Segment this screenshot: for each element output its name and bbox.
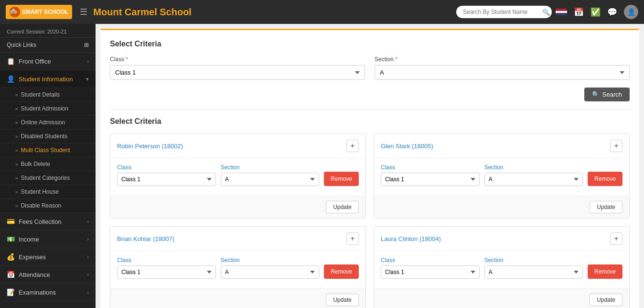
sidebar-item-online-admission[interactable]: » Online Admission (0, 116, 96, 130)
sidebar-item-bulk-delete[interactable]: » Bulk Delete (0, 157, 96, 171)
student-name-glen: Glen Stark (18005) (381, 143, 433, 150)
nav-icons: 📅 ✅ 💬 👤 (556, 5, 638, 19)
card-section-select-robin[interactable]: A B C (221, 173, 320, 186)
card-class-label-robin: Class (117, 164, 216, 171)
card-class-label-laura: Class (381, 257, 480, 264)
class-select[interactable]: Class 1 Class 2 Class 3 Class 4 Class 5 (110, 65, 365, 80)
bulk-delete-label: Bulk Delete (21, 161, 50, 167)
chevron-right-icon: › (87, 219, 89, 224)
income-icon: 💵 (7, 235, 15, 243)
student-card-body-robin: Class Class 1 Class 2 Class 3 Section (110, 158, 365, 196)
sub-arrow-icon: » (15, 106, 18, 111)
exam-icon: 📝 (7, 288, 15, 296)
chevron-right-icon: › (87, 236, 89, 242)
sidebar-item-fees-collection[interactable]: 💳 Fees Collection › (0, 213, 96, 231)
student-name-laura: Laura Clinton (18004) (381, 235, 441, 242)
sidebar-item-attendance[interactable]: 📅 Attendance › (0, 266, 96, 284)
results-title: Select Criteria (110, 117, 630, 126)
add-class-button-glen[interactable]: + (610, 140, 623, 152)
student-info-label: Student Information (19, 76, 73, 83)
card-section-select-glen[interactable]: A B C (484, 173, 583, 186)
main-layout: Current Session: 2020-21 Quick Links ⊞ 📋… (0, 24, 644, 308)
sidebar-item-examinations[interactable]: 📝 Examinations › (0, 284, 96, 301)
student-card-footer-glen: Update (374, 196, 629, 218)
attendance-label: Attendance (19, 271, 50, 278)
section-label: Section * (375, 56, 630, 63)
card-class-field-robin: Class Class 1 Class 2 Class 3 (117, 164, 216, 186)
sidebar-item-disable-reason[interactable]: » Disable Reason (0, 199, 96, 213)
student-house-label: Student House (21, 188, 59, 195)
sidebar-item-expenses[interactable]: 💰 Expenses › (0, 248, 96, 266)
card-class-select-glen[interactable]: Class 1 Class 2 Class 3 (381, 173, 480, 186)
user-avatar[interactable]: 👤 (624, 5, 638, 19)
logo[interactable]: 🏫 SMART SCHOOL (6, 5, 72, 19)
sidebar: Current Session: 2020-21 Quick Links ⊞ 📋… (0, 24, 96, 308)
update-button-robin[interactable]: Update (326, 201, 359, 213)
search-button[interactable]: 🔍 Search (584, 88, 630, 101)
card-section-select-brian[interactable]: A B C (221, 265, 320, 279)
card-class-label-glen: Class (381, 164, 480, 171)
remove-button-glen[interactable]: Remove (588, 172, 623, 186)
fees-icon: 💳 (7, 218, 15, 225)
student-card-robin: Robin Peterson (18002) + Class Class 1 C… (110, 133, 366, 219)
student-card-glen: Glen Stark (18005) + Class Class 1 Class… (374, 133, 630, 219)
student-card-laura: Laura Clinton (18004) + Class Class 1 Cl… (374, 226, 630, 308)
quick-links[interactable]: Quick Links ⊞ (0, 38, 96, 53)
card-class-select-laura[interactable]: Class 1 Class 2 Class 3 (381, 265, 480, 279)
card-section-select-laura[interactable]: A B C (484, 265, 583, 279)
nav-search-button[interactable]: 🔍 (542, 9, 550, 16)
sidebar-item-front-office[interactable]: 📋 Front Office › (0, 53, 96, 70)
update-button-glen[interactable]: Update (590, 201, 623, 213)
class-required: * (124, 56, 128, 63)
student-card-header-laura: Laura Clinton (18004) + (374, 227, 629, 251)
sub-arrow-icon: » (15, 120, 18, 125)
card-section-field-robin: Section A B C (221, 164, 320, 186)
quick-links-label: Quick Links (7, 42, 36, 48)
content-inner: Select Criteria Class * Class 1 Class 2 … (100, 29, 639, 308)
sidebar-item-income[interactable]: 💵 Income › (0, 231, 96, 248)
checkmark-icon[interactable]: ✅ (590, 7, 601, 17)
sub-arrow-icon: » (15, 203, 18, 209)
remove-button-brian[interactable]: Remove (324, 264, 359, 279)
school-name: Mount Carmel School (93, 7, 451, 18)
sidebar-item-student-details[interactable]: » Student Details (0, 88, 96, 102)
sidebar-item-student-information[interactable]: 👤 Student Information ▾ (0, 70, 96, 88)
sidebar-item-student-categories[interactable]: » Student Categories (0, 171, 96, 185)
student-card-footer-brian: Update (110, 288, 365, 308)
students-grid: Robin Peterson (18002) + Class Class 1 C… (110, 133, 630, 308)
add-class-button-brian[interactable]: + (346, 232, 359, 245)
sidebar-item-student-admission[interactable]: » Student Admission (0, 102, 96, 116)
flag-icon[interactable] (556, 9, 567, 15)
remove-button-laura[interactable]: Remove (588, 264, 623, 279)
content-area: Select Criteria Class * Class 1 Class 2 … (96, 24, 644, 308)
search-container: 🔍 (456, 6, 550, 18)
sidebar-item-disabled-students[interactable]: » Disabled Students (0, 130, 96, 143)
logo-text: SMART SCHOOL (22, 9, 68, 15)
remove-button-robin[interactable]: Remove (324, 172, 359, 186)
student-card-footer-laura: Update (374, 288, 629, 308)
sidebar-item-student-house[interactable]: » Student House (0, 185, 96, 199)
sidebar-item-multi-class-student[interactable]: » Multi Class Student (0, 143, 96, 157)
add-class-button-robin[interactable]: + (346, 140, 359, 152)
search-button-row: 🔍 Search (110, 88, 630, 101)
card-class-select-robin[interactable]: Class 1 Class 2 Class 3 (117, 173, 216, 186)
search-input[interactable] (456, 6, 552, 18)
card-class-select-brian[interactable]: Class 1 Class 2 Class 3 (117, 265, 216, 279)
update-button-brian[interactable]: Update (326, 294, 359, 306)
card-class-field-laura: Class Class 1 Class 2 Class 3 (381, 257, 480, 279)
section-select[interactable]: A B C D (375, 65, 630, 80)
calendar-icon[interactable]: 📅 (574, 7, 584, 17)
chevron-right-icon: › (87, 58, 89, 64)
student-card-body-glen: Class Class 1 Class 2 Class 3 Section (374, 158, 629, 196)
sub-arrow-icon: » (15, 189, 18, 195)
hamburger-icon[interactable]: ☰ (80, 7, 87, 17)
add-class-button-laura[interactable]: + (610, 232, 623, 245)
fees-label: Fees Collection (19, 218, 62, 225)
multi-class-student-label: Multi Class Student (21, 147, 70, 154)
session-label: Current Session: 2020-21 (0, 24, 96, 38)
update-button-laura[interactable]: Update (590, 294, 623, 306)
card-row-laura: Class Class 1 Class 2 Class 3 Section (381, 257, 623, 279)
whatsapp-icon[interactable]: 💬 (607, 7, 617, 17)
grid-icon: ⊞ (84, 42, 89, 48)
student-details-label: Student Details (21, 91, 60, 98)
